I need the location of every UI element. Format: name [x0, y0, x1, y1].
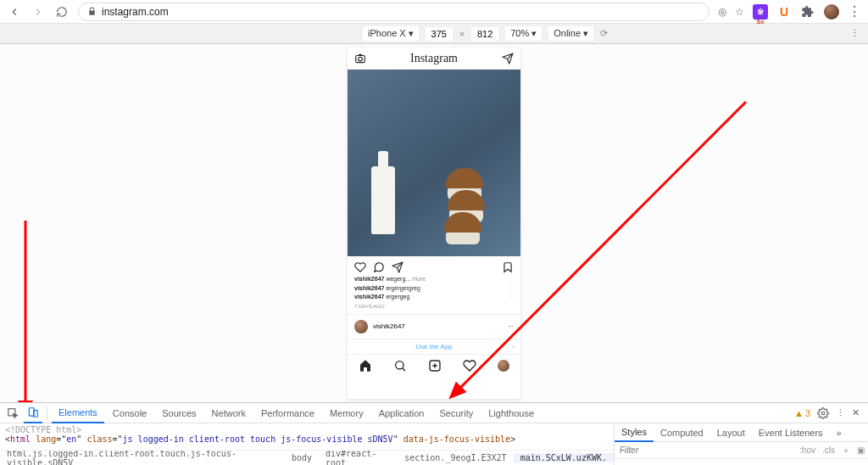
- instagram-logo: Instagram: [410, 52, 458, 65]
- tab-sources[interactable]: Sources: [155, 403, 203, 423]
- reload-button[interactable]: [54, 4, 70, 20]
- author-name[interactable]: vishik2647: [373, 322, 405, 330]
- crumb[interactable]: html.js.logged-in.client-root.touch.js-f…: [0, 450, 285, 465]
- save-icon[interactable]: [502, 261, 514, 273]
- tab-network[interactable]: Network: [205, 403, 253, 423]
- home-icon[interactable]: [359, 359, 372, 373]
- address-bar[interactable]: instagram.com: [78, 3, 709, 21]
- comment-text: ergergergreg: [386, 285, 420, 291]
- tab-security[interactable]: Security: [432, 403, 480, 423]
- share-icon[interactable]: [392, 261, 403, 273]
- crumb[interactable]: div#react-root: [319, 450, 398, 465]
- doctype-line: <!DOCTYPE html>: [5, 425, 609, 434]
- styles-filter-input[interactable]: [615, 445, 796, 455]
- device-toolbar-menu-icon[interactable]: ⋮: [850, 28, 868, 39]
- tab-memory[interactable]: Memory: [323, 403, 370, 423]
- tab-application[interactable]: Application: [372, 403, 431, 423]
- styles-pane: Styles Computed Layout Event Listeners »…: [614, 423, 868, 465]
- svg-point-9: [821, 412, 825, 415]
- network-select[interactable]: Online ▾: [548, 26, 593, 41]
- tab-console[interactable]: Console: [106, 403, 153, 423]
- dom-breadcrumbs[interactable]: html.js.logged-in.client-root.touch.js-f…: [0, 450, 614, 465]
- like-comment-icon[interactable]: ♡: [509, 293, 514, 302]
- devtools-close-icon[interactable]: ✕: [852, 407, 860, 418]
- styles-tab-event-listeners[interactable]: Event Listeners: [752, 423, 830, 442]
- comment-user[interactable]: vishik2647: [354, 285, 384, 291]
- cls-toggle[interactable]: .cls: [819, 445, 838, 455]
- close-icon[interactable]: ×: [511, 343, 515, 350]
- devtools-menu-icon[interactable]: ⋮: [836, 407, 845, 418]
- chrome-menu-icon[interactable]: ⋮: [848, 3, 861, 20]
- url-text: instagram.com: [102, 6, 169, 18]
- bottle-graphic: [371, 166, 395, 234]
- comment-more[interactable]: more: [412, 276, 426, 282]
- instagram-header: Instagram: [348, 48, 520, 70]
- styles-tab-styles[interactable]: Styles: [615, 423, 654, 442]
- feature-icon[interactable]: ◎: [718, 6, 726, 18]
- use-app-banner[interactable]: Use the App×: [348, 339, 520, 354]
- crumb[interactable]: section._9eogI.E3X2T: [398, 453, 513, 462]
- comment-user[interactable]: vishik2647: [354, 294, 384, 300]
- search-icon[interactable]: [393, 359, 407, 373]
- like-icon[interactable]: [354, 261, 366, 273]
- zoom-select[interactable]: 70% ▾: [505, 26, 542, 41]
- post-age: 7 DAYS AGO: [348, 302, 520, 314]
- extension-purple[interactable]: ※: [753, 4, 768, 20]
- tab-performance[interactable]: Performance: [254, 403, 321, 423]
- device-width-input[interactable]: [426, 27, 453, 41]
- warning-count: 3: [805, 408, 810, 418]
- post-author-row: vishik2647 ···: [348, 314, 520, 339]
- styles-tab-computed[interactable]: Computed: [654, 423, 710, 442]
- comment-icon[interactable]: [373, 261, 385, 273]
- comments-block: vishik2647 wegerg... more vishik2647 erg…: [348, 275, 520, 302]
- tab-elements[interactable]: Elements: [52, 403, 104, 423]
- bookmark-star-icon[interactable]: ☆: [735, 6, 744, 18]
- svg-point-1: [359, 57, 363, 61]
- activity-icon[interactable]: [463, 359, 476, 373]
- device-select[interactable]: iPhone X ▾: [363, 26, 419, 41]
- new-style-rule-icon[interactable]: ＋: [838, 445, 854, 457]
- nav-avatar[interactable]: [498, 360, 509, 372]
- comment-text: ergergeg: [386, 294, 409, 300]
- camera-icon[interactable]: [354, 53, 366, 64]
- device-height-input[interactable]: [471, 27, 498, 41]
- styles-tab-layout[interactable]: Layout: [710, 423, 752, 442]
- profile-avatar[interactable]: [824, 4, 839, 20]
- like-comment-icon[interactable]: ♡: [509, 284, 514, 294]
- post-actions: [348, 256, 520, 275]
- elements-tree[interactable]: <!DOCTYPE html> <html lang="en" class="j…: [0, 423, 614, 450]
- author-avatar[interactable]: [354, 320, 368, 333]
- back-button[interactable]: [7, 4, 22, 20]
- device-frame: Instagram vishik2647 wegerg... more vish…: [348, 48, 520, 399]
- crumb-selected[interactable]: main.SCxLW.uzKWK.: [514, 453, 614, 462]
- post-image[interactable]: [348, 70, 520, 256]
- styles-pane-menu-icon[interactable]: ▣: [854, 445, 868, 455]
- styles-tabs-more-icon[interactable]: »: [830, 423, 849, 442]
- crumb[interactable]: body: [285, 453, 319, 462]
- hov-toggle[interactable]: :hov: [796, 445, 819, 455]
- extensions-row: ◎ ☆ ※ U ⋮: [718, 3, 861, 20]
- settings-icon[interactable]: [817, 407, 829, 419]
- svg-point-2: [395, 361, 403, 369]
- device-toolbar: iPhone X ▾ × 70% ▾ Online ▾ ⟳ ⋮: [0, 24, 868, 44]
- forward-button[interactable]: [31, 4, 46, 20]
- comment-text: wegerg...: [386, 276, 410, 282]
- messages-icon[interactable]: [502, 53, 514, 64]
- toggle-device-icon[interactable]: [24, 403, 42, 423]
- tab-lighthouse[interactable]: Lighthouse: [481, 403, 541, 423]
- post-options-icon[interactable]: ···: [508, 322, 514, 330]
- html-tag-line: <html lang="en" class="js logged-in clie…: [5, 434, 609, 444]
- rotate-icon[interactable]: ⟳: [600, 28, 608, 39]
- dimension-x: ×: [459, 29, 465, 39]
- extensions-icon[interactable]: [800, 4, 815, 20]
- muffins-graphic: [436, 170, 495, 238]
- instagram-nav: [348, 354, 520, 378]
- warning-badge[interactable]: ▲3: [794, 408, 810, 418]
- inspect-element-icon[interactable]: [3, 407, 22, 419]
- use-app-text: Use the App: [415, 343, 453, 350]
- create-post-icon[interactable]: [428, 359, 442, 373]
- emulated-viewport: Instagram vishik2647 wegerg... more vish…: [0, 44, 868, 402]
- extension-u[interactable]: U: [776, 4, 792, 20]
- browser-toolbar: instagram.com ◎ ☆ ※ U ⋮: [0, 0, 868, 24]
- comment-user[interactable]: vishik2647: [354, 276, 384, 282]
